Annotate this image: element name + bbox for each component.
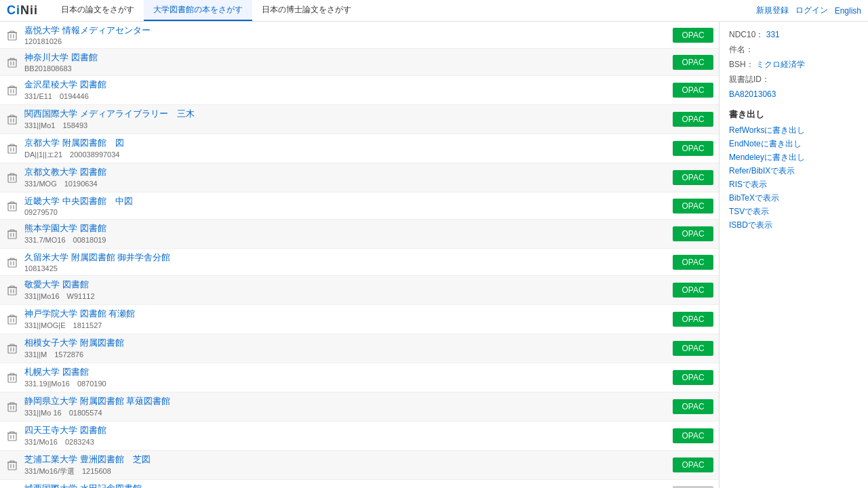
library-row: 久留米大学 附属図書館 御井学舎分館 10813425 OPAC	[0, 249, 719, 276]
opac-button[interactable]: OPAC	[673, 83, 713, 98]
library-row: 金沢星稜大学 図書館 331/E11 0194446 OPAC	[0, 76, 719, 105]
library-name[interactable]: 金沢星稜大学 図書館	[24, 79, 106, 89]
library-name[interactable]: 近畿大学 中央図書館 中図	[24, 196, 133, 206]
tab-papers[interactable]: 日本の論文をさがす	[52, 0, 144, 21]
library-code: 331/MOG 10190634	[24, 179, 673, 189]
library-name[interactable]: 静岡県立大学 附属図書館 草薙図書館	[24, 396, 170, 406]
tab-books[interactable]: 大学図書館の本をさがす	[144, 0, 252, 21]
opac-button[interactable]: OPAC	[673, 283, 713, 298]
opac-button[interactable]: OPAC	[673, 112, 713, 127]
trash-icon[interactable]	[5, 256, 19, 269]
library-name[interactable]: 神戸学院大学 図書館 有瀬館	[24, 308, 135, 319]
trash-icon[interactable]	[5, 113, 19, 126]
sidebar: NDC10： 331 件名： BSH： ミクロ経済学 親書誌ID： BA8201…	[719, 22, 868, 488]
library-code: 331/Mo16 0283243	[24, 437, 673, 447]
lang-link[interactable]: English	[835, 6, 861, 16]
svg-rect-11	[8, 346, 16, 353]
export-link[interactable]: ISBDで表示	[729, 220, 859, 231]
library-name[interactable]: 神奈川大学 図書館	[24, 52, 98, 62]
trash-icon[interactable]	[5, 458, 19, 472]
library-code: 331/E11 0194446	[24, 92, 673, 102]
opac-button[interactable]: OPAC	[673, 428, 713, 443]
export-link[interactable]: EndNoteに書き出し	[729, 138, 859, 150]
trash-icon[interactable]	[5, 171, 19, 184]
library-name[interactable]: 関西国際大学 メディアライブラリー 三木	[24, 108, 195, 119]
library-list: 嘉悦大学 情報メディアセンター 120181026 OPAC 神奈川大学 図書館…	[0, 22, 719, 488]
export-link[interactable]: Mendeleyに書き出し	[729, 152, 859, 163]
library-name[interactable]: 京都大学 附属図書館 図	[24, 138, 124, 148]
ndc-value[interactable]: 331	[766, 30, 780, 39]
bsh-value[interactable]: ミクロ経済学	[756, 60, 805, 69]
export-link[interactable]: TSVで表示	[729, 206, 859, 218]
library-row: 京都文教大学 図書館 331/MOG 10190634 OPAC	[0, 163, 719, 192]
library-row: 京都大学 附属図書館 図 DA||1||エ21 200038997034 OPA…	[0, 134, 719, 163]
library-name[interactable]: 札幌大学 図書館	[24, 367, 89, 377]
opac-button[interactable]: OPAC	[673, 341, 713, 356]
library-info: 神奈川大学 図書館 BB201808683	[24, 52, 673, 73]
svg-rect-6	[8, 203, 16, 211]
sidebar-parent-id-row: BA82013063	[729, 88, 859, 100]
opac-button[interactable]: OPAC	[673, 312, 713, 327]
ndc-label: NDC10：	[729, 30, 764, 39]
library-row: 城西国際大学 水田記念図書館 H018001973 OPAC	[0, 480, 719, 488]
opac-button[interactable]: OPAC	[673, 458, 713, 472]
svg-rect-8	[8, 260, 16, 267]
trash-icon[interactable]	[5, 142, 19, 155]
opac-button[interactable]: OPAC	[673, 370, 713, 385]
opac-button[interactable]: OPAC	[673, 226, 713, 241]
svg-rect-9	[8, 287, 16, 295]
export-link[interactable]: RefWorksに書き出し	[729, 125, 859, 136]
library-info: 金沢星稜大学 図書館 331/E11 0194446	[24, 79, 673, 102]
trash-icon[interactable]	[5, 283, 19, 297]
trash-icon[interactable]	[5, 199, 19, 213]
export-link[interactable]: RISで表示	[729, 179, 859, 190]
library-name[interactable]: 京都文教大学 図書館	[24, 167, 106, 177]
library-name[interactable]: 城西国際大学 水田記念図書館	[24, 483, 142, 488]
library-info: 久留米大学 附属図書館 御井学舎分館 10813425	[24, 251, 673, 272]
opac-button[interactable]: OPAC	[673, 199, 713, 214]
trash-icon[interactable]	[5, 371, 19, 384]
library-name[interactable]: 嘉悦大学 情報メディアセンター	[24, 25, 151, 35]
opac-button[interactable]: OPAC	[673, 28, 713, 43]
library-info: 神戸学院大学 図書館 有瀬館 331||MOG|E 1811527	[24, 308, 673, 331]
register-link[interactable]: 新規登録	[756, 5, 789, 16]
trash-icon[interactable]	[5, 400, 19, 413]
library-info: 京都大学 附属図書館 図 DA||1||エ21 200038997034	[24, 137, 673, 160]
opac-button[interactable]: OPAC	[673, 399, 713, 414]
library-name[interactable]: 四天王寺大学 図書館	[24, 425, 106, 435]
sidebar-ndc-row: NDC10： 331	[729, 28, 859, 41]
opac-button[interactable]: OPAC	[673, 55, 713, 70]
trash-icon[interactable]	[5, 342, 19, 355]
library-row: 熊本学園大学 図書館 331.7/MO16 00818019 OPAC	[0, 220, 719, 249]
library-code: 331/Mo16/学選 1215608	[24, 466, 673, 476]
trash-icon[interactable]	[5, 227, 19, 241]
svg-rect-15	[8, 462, 16, 470]
library-info: 静岡県立大学 附属図書館 草薙図書館 331||Mo 16 01805574	[24, 395, 673, 418]
library-info: 城西国際大学 水田記念図書館 H018001973	[24, 483, 673, 488]
svg-rect-14	[8, 433, 16, 441]
opac-button[interactable]: OPAC	[673, 170, 713, 185]
trash-icon[interactable]	[5, 312, 19, 326]
trash-icon[interactable]	[5, 56, 19, 69]
opac-button[interactable]: OPAC	[673, 141, 713, 156]
parent-id-value[interactable]: BA82013063	[729, 89, 776, 99]
export-section-title: 書き出し	[729, 108, 859, 121]
opac-button[interactable]: OPAC	[673, 255, 713, 270]
subject-label: 件名：	[729, 45, 753, 54]
library-name[interactable]: 相模女子大学 附属図書館	[24, 338, 124, 348]
svg-rect-4	[8, 146, 16, 153]
header-right: 新規登録 ログイン English	[756, 5, 861, 16]
library-name[interactable]: 芝浦工業大学 豊洲図書館 芝図	[24, 454, 151, 464]
library-name[interactable]: 久留米大学 附属図書館 御井学舎分館	[24, 252, 170, 262]
tab-thesis[interactable]: 日本の博士論文をさがす	[252, 0, 361, 21]
library-code: BB201808683	[24, 64, 673, 73]
trash-icon[interactable]	[5, 429, 19, 443]
logo[interactable]: CiNii	[7, 3, 38, 18]
export-link[interactable]: Refer/BibIXで表示	[729, 165, 859, 177]
trash-icon[interactable]	[5, 28, 19, 42]
export-link[interactable]: BibTeXで表示	[729, 192, 859, 204]
login-link[interactable]: ログイン	[795, 5, 828, 16]
library-name[interactable]: 敬愛大学 図書館	[24, 279, 89, 289]
library-name[interactable]: 熊本学園大学 図書館	[24, 223, 106, 233]
trash-icon[interactable]	[5, 83, 19, 97]
